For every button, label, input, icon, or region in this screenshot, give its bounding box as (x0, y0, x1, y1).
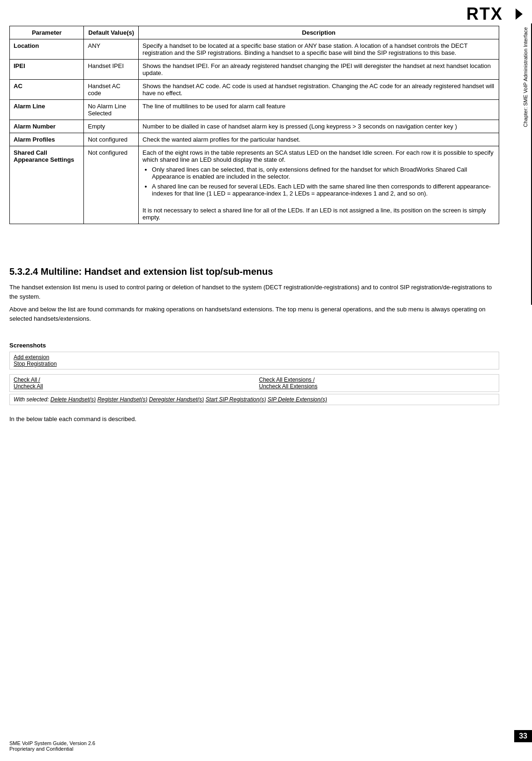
table-row: IPEI Handset IPEI Shows the handset IPEI… (10, 60, 499, 80)
col-header-description: Description (139, 26, 499, 39)
screenshot-top-box: Add extension Stop Registration (9, 352, 499, 369)
table-row: Location ANY Specify a handset to be loc… (10, 39, 499, 60)
screenshots-label: Screenshots (9, 342, 499, 349)
table-row: Shared Call Appearance Settings Not conf… (10, 146, 499, 224)
param-alarm-profiles: Alarm Profiles (10, 133, 84, 146)
footer-text: SME VoIP System Guide, Version 2.6 Propr… (9, 740, 95, 752)
footer-line2: Proprietary and Confidential (9, 746, 95, 752)
param-ac: AC (10, 80, 84, 100)
below-table-text: In the below table each command is descr… (9, 414, 499, 424)
middle-left-col: Check All / Uncheck All (14, 377, 250, 390)
svg-marker-1 (516, 8, 523, 20)
middle-box-row: Check All / Uncheck All Check All Extens… (14, 377, 495, 390)
link-sip-delete[interactable]: SIP Delete Extension(s) (268, 396, 327, 403)
link-add-extension[interactable]: Add extension (14, 354, 495, 361)
footer-line1: SME VoIP System Guide, Version 2.6 (9, 740, 95, 746)
parameters-table: Parameter Default Value(s) Description L… (9, 26, 499, 224)
link-uncheck-all-extensions[interactable]: Uncheck All Extensions (259, 383, 495, 390)
section-title-text: Multiline: Handset and extension list to… (41, 266, 273, 277)
default-location: ANY (84, 39, 139, 60)
page-header: RTX (0, 0, 532, 26)
desc-shared-call-main: Each of the eight rows in the table repr… (142, 149, 494, 163)
link-check-all[interactable]: Check All / (14, 377, 250, 383)
page-number: 33 (514, 730, 532, 742)
main-content: Parameter Default Value(s) Description L… (0, 26, 532, 437)
link-register-handsets[interactable]: Register Handset(s) (97, 396, 148, 403)
desc-alarm-line: The line of multilines to be used for al… (139, 100, 499, 120)
col-header-default: Default Value(s) (84, 26, 139, 39)
default-ac: Handset AC code (84, 80, 139, 100)
desc-ipei: Shows the handset IPEI. For an already r… (139, 60, 499, 80)
default-ipei: Handset IPEI (84, 60, 139, 80)
section-heading: 5.3.2.4 Multiline: Handset and extension… (9, 266, 499, 277)
param-location: Location (10, 39, 84, 60)
middle-right-col: Check All Extensions / Uncheck All Exten… (250, 377, 495, 390)
col-header-parameter: Parameter (10, 26, 84, 39)
default-alarm-line: No Alarm Line Selected (84, 100, 139, 120)
link-deregister-handsets[interactable]: Deregister Handset(s) (149, 396, 204, 403)
desc-alarm-number: Number to be dialled in case of handset … (139, 120, 499, 133)
desc-alarm-profiles: Check the wanted alarm profiles for the … (139, 133, 499, 146)
table-row: Alarm Number Empty Number to be dialled … (10, 120, 499, 133)
param-ipei: IPEI (10, 60, 84, 80)
link-delete-handsets[interactable]: Delete Handset(s) (51, 396, 96, 403)
table-row: Alarm Profiles Not configured Check the … (10, 133, 499, 146)
with-selected-label: With selected: (14, 396, 49, 403)
svg-text:RTX: RTX (466, 5, 503, 23)
bullet-item: Only shared lines can be selected, that … (152, 166, 495, 180)
link-stop-registration[interactable]: Stop Registration (14, 361, 495, 367)
link-start-sip[interactable]: Start SIP Registration(s) (205, 396, 266, 403)
desc-shared-call: Each of the eight rows in the table repr… (139, 146, 499, 224)
default-alarm-profiles: Not configured (84, 133, 139, 146)
table-row: AC Handset AC code Shows the handset AC … (10, 80, 499, 100)
default-shared-call: Not configured (84, 146, 139, 224)
desc-location: Specify a handset to be located at a spe… (139, 39, 499, 60)
param-alarm-line: Alarm Line (10, 100, 84, 120)
with-selected-row: With selected: Delete Handset(s) Registe… (9, 394, 499, 405)
table-row: Alarm Line No Alarm Line Selected The li… (10, 100, 499, 120)
desc-shared-call-footer: It is not necessary to select a shared l… (142, 207, 486, 221)
rtx-logo: RTX (466, 5, 523, 23)
chapter-label-text: Chapter: SME VoIP Administration Interfa… (523, 27, 528, 127)
param-shared-call: Shared Call Appearance Settings (10, 146, 84, 224)
default-alarm-number: Empty (84, 120, 139, 133)
link-uncheck-all[interactable]: Uncheck All (14, 383, 250, 390)
link-check-all-extensions[interactable]: Check All Extensions / (259, 377, 495, 383)
chapter-label: Chapter: SME VoIP Administration Interfa… (520, 23, 532, 305)
screenshot-middle-box: Check All / Uncheck All Check All Extens… (9, 374, 499, 392)
bullet-item: A shared line can be reused for several … (152, 183, 495, 197)
body-paragraph-2: Above and below the list are found comma… (9, 305, 499, 323)
desc-shared-call-bullets: Only shared lines can be selected, that … (152, 166, 495, 197)
param-alarm-number: Alarm Number (10, 120, 84, 133)
body-paragraph-1: The handset extension list menu is used … (9, 283, 499, 301)
section-number: 5.3.2.4 (9, 266, 38, 277)
desc-ac: Shows the handset AC code. AC code is us… (139, 80, 499, 100)
